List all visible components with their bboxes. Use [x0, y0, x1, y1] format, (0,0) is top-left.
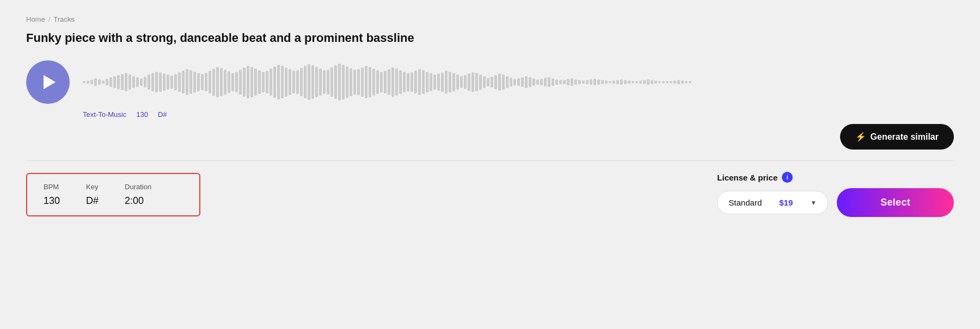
breadcrumb: Home / Tracks	[26, 15, 954, 23]
duration-value: 2:00	[125, 195, 151, 207]
bottom-row: BPM 130 Key D# Duration 2:00 License & p…	[26, 172, 954, 217]
meta-key[interactable]: D#	[158, 110, 167, 119]
meta-bpm[interactable]: 130	[136, 110, 148, 119]
play-button[interactable]	[26, 60, 70, 104]
play-icon	[44, 75, 56, 89]
page: Home / Tracks Funky piece with a strong,…	[0, 0, 980, 329]
select-button[interactable]: Select	[837, 188, 954, 217]
license-price-label: License & price	[717, 173, 777, 182]
meta-type[interactable]: Text-To-Music	[83, 110, 126, 119]
section-divider	[26, 160, 954, 161]
license-label-row: License & price i	[717, 172, 954, 183]
bpm-value: 130	[44, 195, 60, 207]
license-type: Standard	[728, 198, 762, 207]
breadcrumb-current: Tracks	[53, 15, 75, 23]
duration-label: Duration	[125, 183, 151, 191]
bpm-label: BPM	[44, 183, 60, 191]
generate-similar-button[interactable]: ⚡ Generate similar	[840, 124, 954, 150]
track-info-box: BPM 130 Key D# Duration 2:00	[26, 173, 200, 216]
track-title: Funky piece with a strong, danceable bea…	[26, 31, 954, 45]
license-info-icon[interactable]: i	[782, 172, 793, 183]
key-col: Key D#	[86, 183, 99, 207]
generate-row: ⚡ Generate similar	[26, 124, 954, 150]
player-row	[26, 60, 954, 104]
chevron-down-icon: ▼	[810, 199, 817, 207]
license-dropdown[interactable]: Standard $19 ▼	[717, 191, 828, 214]
license-controls: Standard $19 ▼ Select	[717, 188, 954, 217]
breadcrumb-home[interactable]: Home	[26, 15, 45, 23]
duration-col: Duration 2:00	[125, 183, 151, 207]
key-label: Key	[86, 183, 99, 191]
meta-row: Text-To-Music 130 D#	[26, 110, 954, 119]
license-section: License & price i Standard $19 ▼ Select	[717, 172, 954, 217]
breadcrumb-separator: /	[48, 15, 51, 23]
bpm-col: BPM 130	[44, 183, 60, 207]
key-value: D#	[86, 195, 99, 207]
license-right: License & price i Standard $19 ▼ Select	[717, 172, 954, 217]
license-price-value: $19	[779, 198, 793, 207]
lightning-icon: ⚡	[855, 132, 866, 142]
generate-similar-label: Generate similar	[871, 132, 939, 142]
waveform[interactable]	[83, 60, 954, 104]
